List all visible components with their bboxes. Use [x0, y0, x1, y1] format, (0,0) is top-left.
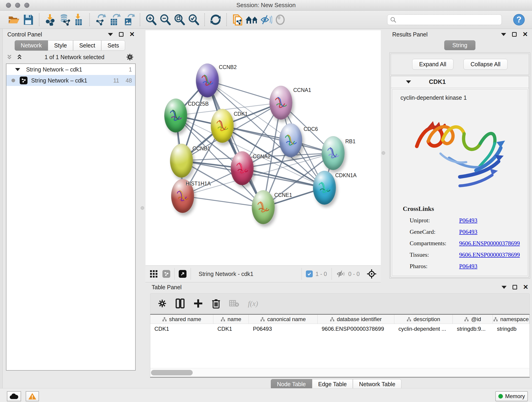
- network-node-ccne1[interactable]: [252, 190, 275, 224]
- table-row[interactable]: CDK1CDK1P064939606.ENSP00000378699cyclin…: [150, 324, 530, 334]
- right-splitter-handle[interactable]: [382, 151, 385, 155]
- gear-icon[interactable]: [126, 53, 134, 61]
- protein-expander-icon[interactable]: [406, 80, 411, 83]
- zoom-out-button[interactable]: [158, 13, 172, 27]
- network-row[interactable]: String Network – cdk1 11 48: [6, 75, 135, 86]
- import-table-file-button[interactable]: [71, 13, 86, 27]
- grid-mode-icon[interactable]: [150, 270, 158, 278]
- clone-network-button[interactable]: [230, 13, 245, 27]
- table-cell[interactable]: 9606.ENSP00000378699: [317, 324, 394, 334]
- results-close-icon[interactable]: ✕: [523, 32, 528, 37]
- network-node-ccnb1[interactable]: [170, 144, 193, 178]
- column-header-description[interactable]: description: [394, 315, 453, 324]
- first-neighbors-button[interactable]: [245, 13, 259, 27]
- toolbar-search[interactable]: [387, 14, 502, 25]
- export-table-button[interactable]: [108, 13, 122, 27]
- close-panel-icon[interactable]: ✕: [129, 32, 135, 37]
- scrollbar-thumb[interactable]: [151, 370, 193, 375]
- table-cell[interactable]: stringdb:9...: [453, 324, 493, 334]
- crosslink-link[interactable]: P06493: [459, 229, 477, 235]
- show-all-button[interactable]: [273, 13, 287, 27]
- network-node-cdk1[interactable]: [211, 109, 234, 143]
- detach-view-icon[interactable]: [179, 270, 186, 278]
- table-close-icon[interactable]: ✕: [523, 285, 528, 289]
- help-button[interactable]: ?: [512, 13, 526, 27]
- protein-thumbnail: [168, 106, 183, 125]
- open-session-button[interactable]: [7, 13, 21, 27]
- zoom-fit-button[interactable]: [172, 13, 186, 27]
- network-node-ccna2[interactable]: [231, 151, 254, 185]
- tab-string[interactable]: String: [444, 40, 475, 50]
- save-session-button[interactable]: [21, 13, 35, 27]
- tab-sets[interactable]: Sets: [101, 40, 125, 51]
- tab-style[interactable]: Style: [48, 40, 73, 51]
- zoom-in-button[interactable]: [144, 13, 158, 27]
- left-splitter-handle[interactable]: [141, 206, 144, 210]
- add-column-icon[interactable]: [193, 299, 203, 308]
- network-edge[interactable]: [242, 168, 324, 188]
- table-gear-icon[interactable]: [158, 299, 167, 308]
- network-node-ccnb2[interactable]: [196, 64, 219, 97]
- apply-layout-button[interactable]: [209, 13, 223, 27]
- tab-select[interactable]: Select: [73, 40, 101, 51]
- table-hscrollbar[interactable]: [150, 368, 530, 377]
- crosslink-label: GeneCard:: [410, 229, 459, 235]
- view-mode-icon[interactable]: [162, 270, 170, 278]
- birds-eye-toggle-icon[interactable]: [367, 269, 377, 279]
- network-node-rb1[interactable]: [322, 136, 345, 170]
- table-cell[interactable]: cyclin-dependent ...: [394, 324, 453, 334]
- memory-label: Memory: [505, 393, 525, 400]
- table-cell[interactable]: stringdb: [493, 324, 530, 334]
- import-network-database-button[interactable]: [57, 13, 71, 27]
- table-menu-icon[interactable]: [501, 286, 507, 289]
- crosslink-link[interactable]: 9606.ENSP00000378699: [459, 240, 520, 247]
- network-edge[interactable]: [183, 196, 263, 207]
- warnings-button[interactable]: [26, 391, 39, 401]
- export-network-button[interactable]: [94, 13, 108, 27]
- column-header-canonical-name[interactable]: canonical name: [249, 315, 317, 324]
- delete-column-icon[interactable]: [212, 298, 220, 308]
- collapse-all-button[interactable]: Collapse All: [463, 59, 508, 70]
- results-float-icon[interactable]: [512, 32, 517, 37]
- selected-checkbox-icon[interactable]: [306, 270, 313, 277]
- column-header--id[interactable]: @id: [453, 315, 493, 324]
- tab-node-table[interactable]: Node Table: [271, 379, 312, 389]
- crosslink-link[interactable]: P06493: [459, 263, 477, 270]
- tab-network[interactable]: Network: [15, 40, 48, 51]
- cloud-button[interactable]: [7, 391, 21, 401]
- table-cell[interactable]: CDK1: [213, 324, 249, 334]
- table-float-icon[interactable]: [513, 285, 517, 289]
- hide-selected-button[interactable]: [259, 13, 273, 27]
- memory-button[interactable]: Memory: [495, 391, 528, 401]
- import-network-file-button[interactable]: [43, 13, 57, 27]
- collection-expander-icon[interactable]: [15, 68, 20, 71]
- tab-edge-table[interactable]: Edge Table: [312, 379, 353, 389]
- export-image-button[interactable]: [122, 13, 136, 27]
- network-node-ccna1[interactable]: [269, 86, 292, 120]
- search-input[interactable]: [399, 17, 499, 23]
- column-header-name[interactable]: name: [213, 315, 249, 324]
- network-edge[interactable]: [207, 80, 263, 207]
- column-header-namespace[interactable]: namespace: [493, 315, 530, 324]
- protein-section-header[interactable]: CDK1: [391, 76, 529, 88]
- float-panel-icon[interactable]: [119, 32, 123, 37]
- zoom-selected-button[interactable]: [186, 13, 201, 27]
- expand-all-icon[interactable]: [16, 54, 23, 61]
- crosslink-link[interactable]: 9606.ENSP00000378699: [459, 251, 520, 258]
- column-header-database-identifier[interactable]: database identifier: [317, 315, 394, 324]
- table-cell[interactable]: P06493: [249, 324, 317, 334]
- table-cell[interactable]: CDK1: [150, 324, 213, 334]
- select-columns-icon[interactable]: [176, 298, 185, 308]
- network-node-cdc25b[interactable]: [164, 99, 187, 133]
- expand-all-button[interactable]: Expand All: [412, 59, 453, 70]
- panel-menu-icon[interactable]: [108, 33, 113, 36]
- crosslink-link[interactable]: P06493: [459, 217, 477, 224]
- column-header-shared-name[interactable]: shared name: [150, 315, 213, 324]
- network-collection-row[interactable]: String Network – cdk1 1: [6, 64, 135, 75]
- network-canvas[interactable]: CCNB2CCNA1CDC25BCDK1CDC6RB1CCNB1CCNA2CDK…: [146, 30, 381, 265]
- results-menu-icon[interactable]: [501, 33, 506, 36]
- collapse-all-icon[interactable]: [6, 54, 13, 61]
- network-node-cdc6[interactable]: [279, 123, 302, 157]
- tab-network-table[interactable]: Network Table: [353, 379, 401, 389]
- network-node-cdkn1a[interactable]: [313, 171, 336, 205]
